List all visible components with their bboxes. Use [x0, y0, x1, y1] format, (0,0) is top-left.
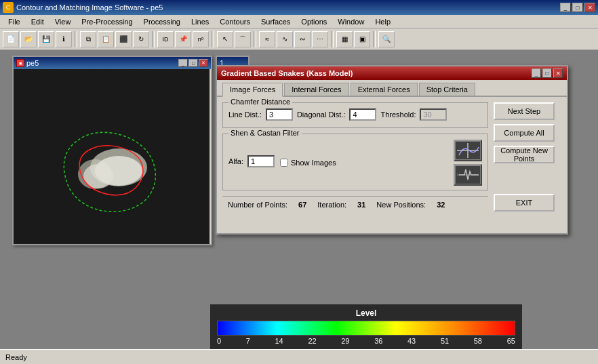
- show-images-checkbox[interactable]: [280, 159, 288, 167]
- subwindow-minimize[interactable]: _: [178, 59, 188, 67]
- new-positions-label: New Positions:: [376, 201, 426, 209]
- threshold-input[interactable]: [420, 108, 447, 121]
- dialog-minimize[interactable]: _: [532, 68, 541, 78]
- status-text: Ready: [5, 353, 27, 361]
- toolbar-id[interactable]: ID: [157, 31, 174, 47]
- toolbar-sep-3: [212, 31, 214, 47]
- toolbar-paste[interactable]: 📋: [98, 31, 114, 47]
- dialog-title-bar[interactable]: Gradient Based Snakes (Kass Model) _ □ ✕: [217, 66, 567, 80]
- subwindow-pe5-icon: ■: [16, 59, 24, 67]
- close-button[interactable]: ✕: [584, 3, 595, 12]
- compute-new-points-button[interactable]: Compute New Points: [494, 146, 555, 163]
- toolbar-arrow[interactable]: ↖: [217, 31, 233, 47]
- menu-preprocessing[interactable]: Pre-Processing: [76, 16, 138, 27]
- filter-btn-1[interactable]: [454, 140, 482, 161]
- subwindow-pe5-title: pe5: [26, 59, 39, 67]
- app-title: Contour and Matching Image Software - pe…: [16, 3, 163, 12]
- tick-1: 7: [246, 337, 250, 345]
- dialog-content: Chamfer Distance Line Dist.: Diagonal Di…: [217, 97, 567, 217]
- toolbar-curve[interactable]: ⌒: [235, 31, 251, 47]
- toolbar-new[interactable]: 📄: [3, 31, 19, 47]
- menu-options[interactable]: Options: [296, 16, 332, 27]
- status-bar: Ready: [0, 349, 598, 364]
- toolbar-filter1[interactable]: ▦: [336, 31, 353, 47]
- exit-button[interactable]: EXIT: [494, 194, 555, 211]
- tick-5: 36: [374, 337, 382, 345]
- app-title-bar: C Contour and Matching Image Software - …: [0, 0, 598, 15]
- tab-image-forces[interactable]: Image Forces: [222, 83, 283, 97]
- color-bar: [217, 321, 515, 336]
- contour-svg: [14, 69, 210, 244]
- dialog-close[interactable]: ✕: [553, 68, 563, 78]
- toolbar-btn3[interactable]: ⬛: [115, 31, 132, 47]
- diagonal-dist-label: Diagonal Dist.:: [297, 110, 346, 119]
- subwindow-maximize[interactable]: □: [188, 59, 198, 67]
- filter-btn-2[interactable]: [454, 164, 482, 186]
- toolbar-filter2[interactable]: ▣: [354, 31, 370, 47]
- toolbar-wave4[interactable]: ⋯: [312, 31, 328, 47]
- toolbar-wave2[interactable]: ∿: [277, 31, 293, 47]
- dialog-left-panel: Chamfer Distance Line Dist.: Diagonal Di…: [222, 102, 488, 211]
- tick-6: 43: [407, 337, 416, 345]
- info-row: Number of Points: 67 Iteration: 31 New P…: [222, 196, 488, 211]
- iteration-label: Iteration:: [317, 201, 346, 209]
- threshold-label: Threshold:: [380, 110, 416, 119]
- menu-bar: File Edit View Pre-Processing Processing…: [0, 15, 598, 28]
- subwindow-pe5-titlebar[interactable]: ■ pe5 _ □ ✕: [14, 57, 211, 69]
- tab-external-forces[interactable]: External Forces: [351, 83, 418, 96]
- alfa-input[interactable]: [247, 155, 275, 167]
- diagonal-dist-input[interactable]: [349, 108, 376, 121]
- toolbar-save[interactable]: 💾: [38, 31, 54, 47]
- color-bar-ticks: 0 7 14 22 29 36 43 51 58 65: [217, 337, 515, 345]
- tick-3: 22: [308, 337, 316, 345]
- dialog-right-panel: Next Step Compute All Compute New Points…: [494, 102, 561, 211]
- minimize-button[interactable]: _: [560, 3, 571, 12]
- maximize-button[interactable]: □: [572, 3, 583, 12]
- iteration-value: 31: [357, 201, 365, 209]
- menu-help[interactable]: Help: [370, 16, 396, 27]
- menu-file[interactable]: File: [3, 16, 26, 27]
- gradient-snakes-dialog: Gradient Based Snakes (Kass Model) _ □ ✕…: [216, 65, 568, 235]
- color-bar-label: Level: [356, 308, 377, 318]
- dialog-maximize[interactable]: □: [542, 68, 552, 78]
- compute-all-button[interactable]: Compute All: [494, 124, 555, 142]
- shen-castan-group: Shen & Castan Filter Alfa: Show Images: [222, 134, 488, 190]
- toolbar-open[interactable]: 📂: [20, 31, 37, 47]
- toolbar-search[interactable]: 🔍: [378, 31, 395, 47]
- toolbar-wave3[interactable]: ∾: [294, 31, 311, 47]
- show-images-row: Show Images: [280, 159, 336, 167]
- menu-lines[interactable]: Lines: [186, 16, 214, 27]
- menu-window[interactable]: Window: [332, 16, 370, 27]
- tab-stop-criteria[interactable]: Stop Criteria: [419, 83, 475, 96]
- tick-4: 29: [341, 337, 349, 345]
- menu-view[interactable]: View: [49, 16, 77, 27]
- tick-9: 65: [507, 337, 515, 345]
- toolbar-sep-4: [254, 31, 256, 47]
- color-bar-area: Level 0 7 14 22 29 36 43 51 58 65: [210, 304, 522, 349]
- image-canvas: [14, 69, 210, 244]
- toolbar-pin[interactable]: 📌: [175, 31, 191, 47]
- toolbar-wave1[interactable]: ≈: [259, 31, 275, 47]
- menu-edit[interactable]: Edit: [26, 16, 49, 27]
- dialog-tabs: Image Forces Internal Forces External Fo…: [217, 80, 567, 97]
- num-points-value: 67: [298, 201, 306, 209]
- line-dist-input[interactable]: [266, 108, 293, 121]
- alfa-row: Alfa:: [228, 155, 275, 167]
- subwindow-close[interactable]: ✕: [199, 59, 208, 67]
- menu-processing[interactable]: Processing: [138, 16, 186, 27]
- toolbar-sep-2: [152, 31, 155, 47]
- toolbar-refresh[interactable]: ↻: [133, 31, 149, 47]
- toolbar-info[interactable]: ℹ: [56, 31, 72, 47]
- toolbar-copy[interactable]: ⧉: [80, 31, 96, 47]
- menu-surfaces[interactable]: Surfaces: [256, 16, 296, 27]
- color-bar-container: Level 0 7 14 22 29 36 43 51 58 65: [210, 304, 522, 349]
- num-points-label: Number of Points:: [228, 201, 287, 209]
- line-dist-label: Line Dist.:: [228, 110, 262, 119]
- new-positions-value: 32: [437, 201, 445, 209]
- dialog-title-text: Gradient Based Snakes (Kass Model): [221, 69, 353, 77]
- tick-7: 51: [441, 337, 449, 345]
- menu-contours[interactable]: Contours: [214, 16, 256, 27]
- tab-internal-forces[interactable]: Internal Forces: [284, 83, 348, 96]
- toolbar-n[interactable]: nº: [193, 31, 209, 47]
- next-step-button[interactable]: Next Step: [494, 102, 555, 120]
